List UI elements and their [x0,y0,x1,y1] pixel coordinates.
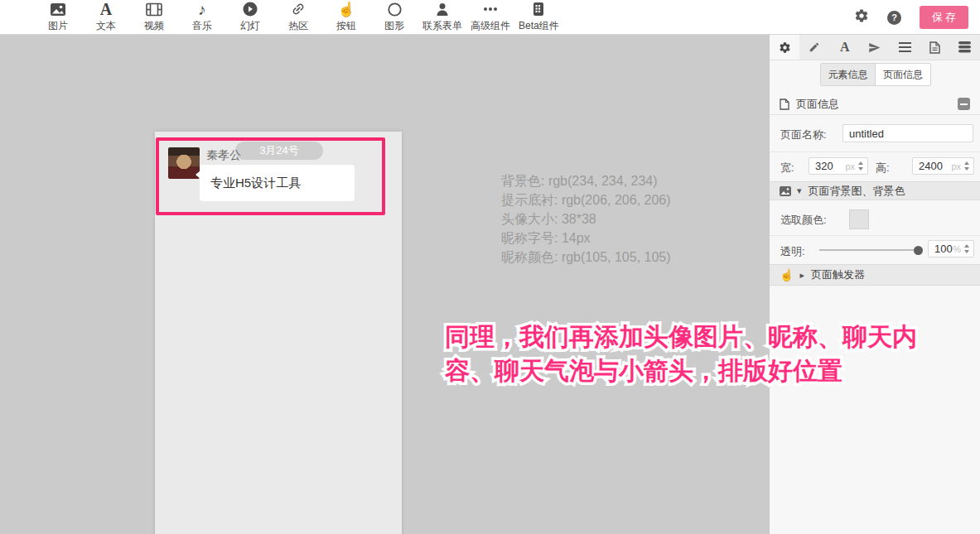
page-icon [780,99,789,110]
opacity-stepper[interactable] [964,244,969,253]
width-label: 宽: [780,161,794,176]
tool-image[interactable]: 图片 [38,1,78,33]
contact-form-icon [436,1,449,17]
spec-line: 背景色: rgb(234, 234, 234) [501,171,671,190]
info-tabs: 元素信息 页面信息 [820,63,931,86]
music-icon: ♪ [198,1,206,17]
right-panel: A 元素信息 页面信息 页面信息 页面名称: untitled 宽: [769,35,980,534]
width-input[interactable]: 320 px [809,157,868,175]
spec-line: 提示底衬: rgb(206, 206, 206) [501,190,671,209]
beta-icon [533,1,544,17]
pick-color-label: 选取颜色: [780,213,827,228]
shape-icon [388,1,402,17]
chevron-right-icon: ▸ [799,270,804,281]
tool-shape-label: 图形 [384,19,404,33]
section-background-header[interactable]: ▾ 页面背景图、背景色 [770,181,980,200]
tool-beta-label: Beta组件 [519,19,559,33]
opacity-label: 透明: [780,244,805,259]
tool-slideshow-label: 幻灯 [240,19,260,33]
opacity-row: 透明: 100 % [770,236,980,264]
pick-color-row: 选取颜色: [770,200,980,236]
panel-tab-settings-gear-icon[interactable] [770,35,799,60]
tool-video[interactable]: 视频 [134,1,174,33]
chat-nickname[interactable]: 秦孝公 [206,148,241,163]
tab-element-info[interactable]: 元素信息 [821,64,876,85]
tool-beta[interactable]: Beta组件 [519,1,559,33]
panel-tab-document-icon[interactable] [920,35,949,60]
spec-line: 头像大小: 38*38 [501,209,671,229]
trigger-hand-icon: ☝ [780,269,794,281]
page-name-label: 页面名称: [780,127,827,142]
chat-bubble[interactable]: 专业H5设计工具 [200,165,355,201]
advanced-icon [483,1,498,17]
opacity-input[interactable]: 100 % [928,240,974,257]
section-page-info-title: 页面信息 [796,97,839,112]
tool-text[interactable]: A 文本 [86,1,126,33]
help-icon[interactable]: ? [887,11,901,25]
tool-music-label: 音乐 [192,19,212,33]
tool-slideshow[interactable]: 幻灯 [230,1,270,33]
tool-shape[interactable]: 图形 [374,1,414,33]
spec-annotations: 背景色: rgb(234, 234, 234) 提示底衬: rgb(206, 2… [501,171,671,267]
section-page-info-header[interactable]: 页面信息 [770,94,980,115]
opacity-slider-knob[interactable] [914,246,923,255]
workspace: 3月24号 [0,35,769,534]
tool-text-label: 文本 [96,19,116,33]
panel-tab-pencil-icon[interactable] [799,35,829,60]
top-toolbar: 图片 A 文本 视频 ♪ 音乐 幻灯 热区 [0,0,980,35]
width-stepper[interactable] [858,161,863,171]
tool-button[interactable]: ☝ 按钮 [326,1,366,33]
text-icon: A [100,1,112,17]
background-image-icon [780,186,791,196]
page-name-row: 页面名称: untitled [770,115,980,152]
tool-hotzone-label: 热区 [288,19,308,33]
tool-contact-form[interactable]: 联系表单 [422,1,462,33]
toolbar-items: 图片 A 文本 视频 ♪ 音乐 幻灯 热区 [0,0,980,34]
height-label: 高: [876,161,890,176]
opacity-slider[interactable] [819,249,919,251]
page-size-row: 宽: 320 px 高: 2400 px [770,152,980,181]
settings-gear-icon[interactable] [854,8,869,26]
panel-icon-tabs: A [770,35,980,60]
panel-tab-text-icon[interactable]: A [830,35,860,60]
tab-page-info[interactable]: 页面信息 [876,64,930,85]
page-name-input[interactable]: untitled [842,124,973,142]
tool-contact-form-label: 联系表单 [422,19,462,33]
tutorial-tip-text: 同理，我们再添加头像图片、昵称、聊天内 容、聊天气泡与小箭头，排版好位置 [445,320,917,387]
button-hand-icon: ☝ [337,1,355,17]
hotzone-link-icon [291,1,306,17]
image-icon [50,1,66,17]
height-stepper[interactable] [964,161,969,171]
tutorial-tip: 同理，我们再添加头像图片、昵称、聊天内 容、聊天气泡与小箭头，排版好位置 同理，… [445,320,917,387]
panel-tab-layers-icon[interactable] [950,35,980,60]
slideshow-icon [243,1,258,17]
tool-video-label: 视频 [144,19,164,33]
spec-line: 昵称字号: 14px [501,229,671,248]
video-icon [146,1,162,17]
color-swatch[interactable] [849,209,869,229]
tool-button-label: 按钮 [336,19,356,33]
spec-line: 昵称颜色: rgb(105, 105, 105) [501,248,671,267]
section-background-title: 页面背景图、背景色 [809,184,905,199]
tool-advanced-label: 高级组件 [471,19,510,33]
section-trigger-header[interactable]: ☝ ▸ 页面触发器 [770,264,980,286]
section-trigger-title: 页面触发器 [811,267,865,282]
tool-music[interactable]: ♪ 音乐 [182,1,222,33]
panel-tab-list-icon[interactable] [890,35,920,60]
height-input[interactable]: 2400 px [912,157,974,175]
tool-advanced[interactable]: 高级组件 [471,1,510,33]
tool-hotzone[interactable]: 热区 [278,1,318,33]
panel-tab-send-icon[interactable] [860,35,890,60]
tool-image-label: 图片 [48,19,68,33]
toolbar-right: ? 保存 [854,0,968,35]
chevron-down-icon: ▾ [797,185,802,196]
collapse-section-icon[interactable] [958,98,970,110]
save-button[interactable]: 保存 [920,6,968,29]
